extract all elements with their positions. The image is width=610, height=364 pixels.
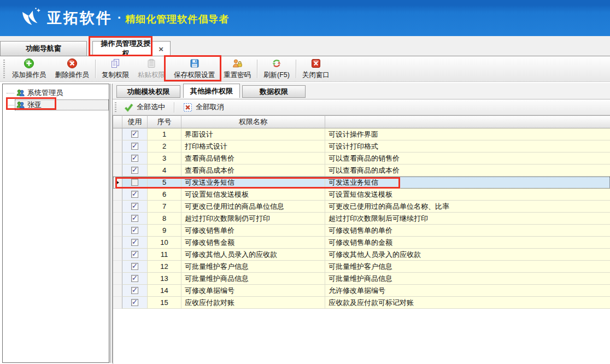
table-row[interactable]: 14 可修改单据编号 允许修改单据编号 [113,285,610,297]
permission-checkbox[interactable] [131,251,138,258]
permission-name: 可发送业务短信 [181,177,325,189]
toolbar: 添加操作员 删除操作员 复制权限 粘贴权限 保存权限设置 重置密码 刷新(F5)… [0,56,610,82]
row-indicator [113,237,122,249]
table-row[interactable]: 1 界面设计 可设计操作界面 [113,128,610,140]
permissions-panel: 功能模块权限 其他操作权限 数据权限 全部选中 全部取消 使用 序号 权限名称 [113,83,610,364]
permission-name: 可修改单据编号 [181,285,325,297]
copy-permissions-button[interactable]: 复制权限 [97,56,133,81]
permission-checkbox[interactable] [131,215,138,222]
actions-grip [115,102,116,112]
permission-name: 可修改销售金额 [181,237,325,249]
table-row[interactable]: 6 可设置短信发送模板 可设置短信发送模板 [113,189,610,201]
header-use[interactable]: 使用 [122,115,148,128]
permission-tab-其他操作权限[interactable]: 其他操作权限 [183,84,240,98]
row-indicator [113,128,122,140]
permission-desc: 可以查看商品的销售价 [325,152,610,165]
toolbar-button-label: 保存权限设置 [174,71,215,80]
header-name[interactable]: 权限名称 [181,115,325,128]
permission-checkbox[interactable] [131,203,138,210]
close-tab-icon[interactable]: × [157,45,165,53]
permission-desc: 允许修改单据编号 [325,285,610,297]
permission-desc: 可批量维护客户信息 [325,261,610,273]
brand-logo-icon [19,6,43,30]
table-row[interactable]: 10 可修改销售金额 可修改销售单的金额 [113,237,610,249]
uncheck-all-icon [183,103,192,112]
reset-password-icon [232,58,243,69]
use-cell [122,128,148,140]
table-row[interactable]: 12 可批量维护客户信息 可批量维护客户信息 [113,261,610,273]
permission-name: 可批量维护客户信息 [181,261,325,273]
permission-checkbox[interactable] [131,167,138,174]
permission-checkbox[interactable] [131,155,138,162]
table-row[interactable]: 4 查看商品成本价 可以查看商品的成本价 [113,165,610,177]
toolbar-button-label: 删除操作员 [55,71,90,80]
permission-tab-功能模块权限[interactable]: 功能模块权限 [116,85,180,98]
table-row[interactable]: 15 应收应付款对账 应收款及应付款可标记对账 [113,297,610,309]
permission-checkbox[interactable] [131,227,138,234]
permission-name: 应收应付款对账 [181,297,325,309]
toolbar-grip [3,60,5,78]
permission-desc: 可修改销售单的金额 [325,237,610,249]
operator-tree-panel: 系统管理员 张亚 [2,84,109,363]
tree-item-张亚[interactable]: 张亚 [3,99,109,111]
permission-checkbox[interactable] [131,179,138,186]
permission-checkbox[interactable] [131,143,138,150]
deselect-all-button[interactable]: 全部取消 [178,101,229,114]
header-banner: 亚拓软件 · 精细化管理软件倡导者 [0,0,610,36]
table-row[interactable]: 11 可修改其他人员录入的应收款 可修改其他人员录入的应收款 [113,249,610,261]
row-indicator [113,273,122,285]
row-indicator [113,213,122,225]
permission-checkbox[interactable] [131,275,138,282]
table-row[interactable]: 8 超过打印次数限制仍可打印 超过打印次数限制后可继续打印 [113,213,610,225]
permission-checkbox[interactable] [131,191,138,198]
save-permissions-button[interactable]: 保存权限设置 [169,56,219,81]
permission-checkbox[interactable] [131,287,138,294]
reset-password-button[interactable]: 重置密码 [219,56,255,81]
paste-permissions-button[interactable]: 粘贴权限 [133,56,169,81]
use-cell [122,201,148,213]
row-number: 5 [148,177,181,189]
header-desc[interactable] [325,115,610,128]
toolbar-separator [257,60,257,78]
table-row[interactable]: 7 可更改已使用过的商品单位信息 可更改已使用过的商品单位名称、比率 [113,201,610,213]
table-row[interactable]: 3 查看商品销售价 可以查看商品的销售价 [113,152,610,165]
use-cell [122,140,148,152]
row-number: 15 [148,297,181,309]
permission-tab-数据权限[interactable]: 数据权限 [242,85,306,98]
main-tab-bar: 功能导航窗 操作员管理及授权 × [0,36,610,56]
tab-operator-management[interactable]: 操作员管理及授权 × [92,41,171,56]
save-permissions-icon [189,58,200,69]
add-operator-button[interactable]: 添加操作员 [8,56,51,81]
permission-checkbox[interactable] [131,131,138,138]
table-row[interactable]: 2 打印格式设计 可设计打印格式 [113,140,610,152]
main-area: 系统管理员 张亚 功能模块权限 其他操作权限 数据权限 全部选中 全部取消 [0,82,610,364]
tree-item-label: 张亚 [27,100,42,110]
permission-checkbox[interactable] [131,239,138,246]
row-indicator [113,249,122,261]
tree-connector [7,105,14,105]
use-cell [122,165,148,177]
brand-slogan: 精细化管理软件倡导者 [125,11,229,26]
row-number: 11 [148,249,181,261]
actions-bar: 全部选中 全部取消 [113,99,610,115]
close-window-button[interactable]: 关闭窗口 [298,56,334,81]
row-indicator [113,177,122,189]
permission-checkbox[interactable] [131,299,138,306]
use-cell [122,225,148,237]
table-row[interactable]: 9 可修改销售单价 可修改销售单的单价 [113,225,610,237]
tab-function-nav[interactable]: 功能导航窗 [0,41,87,56]
table-row[interactable]: 5 可发送业务短信 可发送业务短信 [113,177,610,189]
permission-checkbox[interactable] [131,263,138,270]
row-number: 13 [148,273,181,285]
permission-name: 界面设计 [181,128,325,140]
select-all-button[interactable]: 全部选中 [119,101,170,114]
permission-desc: 超过打印次数限制后可继续打印 [325,213,610,225]
toolbar-button-label: 重置密码 [224,71,251,80]
table-row[interactable]: 13 可批量维护商品信息 可批量维护商品信息 [113,273,610,285]
row-indicator [113,152,122,165]
delete-operator-button[interactable]: 删除操作员 [51,56,94,81]
permission-desc: 应收款及应付款可标记对账 [325,297,610,309]
tree-item-系统管理员[interactable]: 系统管理员 [3,87,109,99]
refresh-button[interactable]: 刷新(F5) [259,56,294,81]
header-no[interactable]: 序号 [148,115,181,128]
